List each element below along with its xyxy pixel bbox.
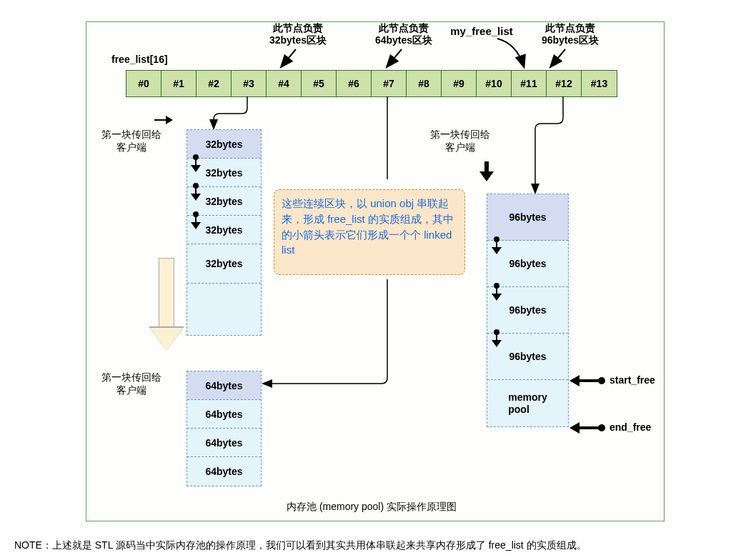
return-label-2: 第一块传回给 客户端 — [92, 371, 171, 396]
return-label-3: 第一块传回给 客户端 — [421, 128, 499, 154]
cell-5: #5 — [302, 71, 337, 96]
block-64-0: 64bytes — [187, 371, 261, 400]
link-arrow-icon — [490, 286, 500, 301]
cell-9: #9 — [442, 71, 477, 96]
block-64-1: 64bytes — [187, 400, 261, 429]
svg-line-2 — [551, 49, 565, 66]
end-free-label: end_free — [610, 421, 651, 433]
link-arrow-icon — [490, 240, 500, 254]
topnote-64: 此节点负责 64bytes区块 — [364, 22, 443, 46]
cell-7: #7 — [372, 71, 407, 96]
my-free-list-label: my_free_list — [435, 25, 528, 38]
bottom-note: NOTE：上述就是 STL 源码当中实际内存池的操作原理，我们可以看到其实共用体… — [14, 539, 744, 552]
block-96-pool: memory pool — [487, 380, 568, 426]
block-64-3: 64bytes — [187, 457, 261, 486]
center-note: 这些连续区块，以 union obj 串联起来，形成 free_list 的实质… — [274, 189, 465, 275]
link-arrow-icon — [189, 186, 199, 201]
block-32-empty — [187, 284, 261, 335]
topnote-32: 此节点负责 32bytes区块 — [259, 22, 337, 46]
free-list-array: #0 #1 #2 #3 #4 #5 #6 #7 #8 #9 #10 #11 #1… — [126, 70, 617, 97]
link-arrow-icon — [189, 158, 199, 172]
block-32-0: 32bytes — [187, 130, 261, 159]
cell-8: #8 — [407, 71, 442, 96]
diagram-caption: 内存池 (memory pool) 实际操作原理图 — [287, 501, 457, 514]
topnote-96: 此节点负责 96bytes区块 — [531, 22, 610, 46]
svg-line-0 — [282, 49, 296, 66]
col-96: 96bytes 96bytes 96bytes 96bytes memory p… — [487, 194, 569, 427]
cell-11: #11 — [512, 71, 547, 96]
cell-6: #6 — [337, 71, 372, 96]
link-arrow-icon — [490, 333, 500, 347]
start-free-label: start_free — [610, 374, 655, 386]
col-64: 64bytes 64bytes 64bytes 64bytes — [186, 371, 262, 486]
block-96-0: 96bytes — [487, 194, 568, 241]
cell-12: #12 — [547, 71, 582, 96]
block-32-4: 32bytes — [187, 244, 261, 284]
svg-line-1 — [387, 49, 402, 66]
diagram-canvas: free_list[16] 此节点负责 32bytes区块 此节点负责 64by… — [86, 21, 665, 521]
return-label-1: 第一块传回给 客户端 — [92, 128, 171, 154]
freelist-title: free_list[16] — [111, 54, 168, 65]
cell-0: #0 — [126, 71, 161, 96]
down-arrow-icon — [479, 161, 494, 183]
cell-3: #3 — [232, 71, 267, 96]
block-64-2: 64bytes — [187, 429, 261, 457]
end-free-arrow-icon — [570, 422, 605, 434]
cell-10: #10 — [477, 71, 512, 96]
big-down-arrow-icon — [152, 258, 181, 351]
start-free-arrow-icon — [570, 375, 605, 386]
cell-4: #4 — [267, 71, 302, 96]
small-arrow-icon — [154, 115, 176, 125]
link-arrow-icon — [189, 215, 199, 229]
cell-1: #1 — [161, 71, 197, 96]
cell-2: #2 — [197, 71, 232, 96]
cell-13: #13 — [582, 71, 617, 96]
